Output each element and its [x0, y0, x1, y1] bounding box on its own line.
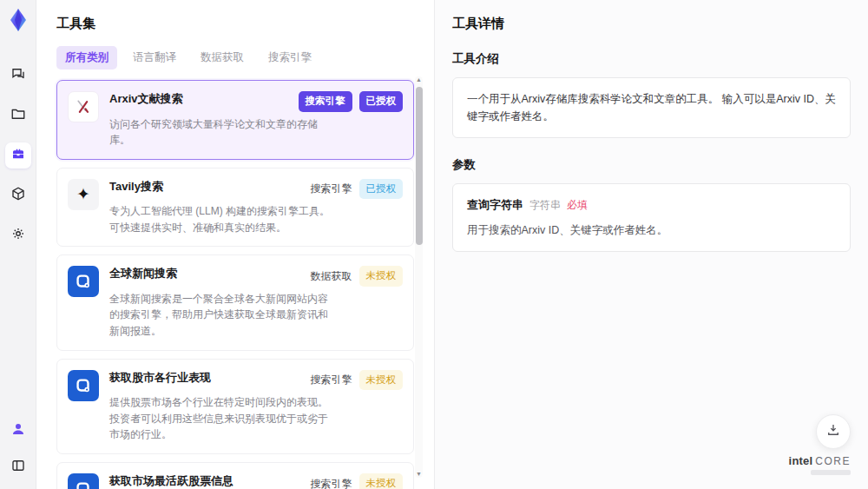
q-blue-icon [68, 266, 99, 297]
arxiv-icon [68, 91, 99, 122]
page-title: 工具集 [56, 16, 411, 32]
tool-auth-badge: 已授权 [359, 91, 404, 112]
scroll-up-arrow[interactable]: ▲ [415, 76, 423, 83]
left-sidebar [0, 0, 36, 489]
tool-name: Arxiv文献搜索 [109, 91, 183, 107]
tool-category-badge: 数据获取 [311, 271, 352, 281]
sidebar-item-plugins[interactable] [5, 182, 31, 208]
tool-description: 提供股票市场各个行业在特定时间段内的表现。投资者可以利用这些信息来识别表现优于或… [109, 394, 333, 443]
tool-list-item[interactable]: ✦ Tavily搜索 搜索引擎 已授权 专为人工智能代理 (LLM) 构建的搜索… [56, 168, 414, 248]
param-name: 查询字符串 [467, 196, 523, 215]
category-tabs: 所有类别语言翻译数据获取搜索引擎 [56, 46, 411, 69]
sidebar-item-toolset[interactable] [5, 142, 31, 169]
scroll-down-arrow[interactable]: ▼ [415, 471, 423, 478]
user-icon [10, 421, 26, 440]
tool-name: Tavily搜索 [109, 179, 163, 195]
q-blue-icon [68, 370, 99, 401]
details-title: 工具详情 [452, 16, 851, 32]
chat-icon [10, 66, 26, 85]
intro-box: 一个用于从Arxiv存储库搜索科学论文和文章的工具。 输入可以是Arxiv ID… [452, 77, 851, 138]
tool-name: 全球新闻搜索 [109, 266, 177, 281]
tool-auth-badge: 未授权 [359, 266, 404, 287]
tool-list-item[interactable]: 获取市场最活跃股票信息 搜索引擎 未授权 提供当天交易量最高的股票列表。投资者可… [56, 462, 414, 489]
tool-category-badge: 搜索引擎 [311, 479, 352, 489]
tool-auth-badge: 未授权 [359, 473, 404, 489]
gear-icon [10, 226, 26, 245]
tool-description: 访问各个研究领域大量科学论文和文章的存储库。 [109, 116, 333, 149]
download-icon [825, 422, 841, 441]
param-required-badge: 必填 [567, 197, 588, 214]
folder-icon [10, 106, 26, 125]
toolset-panel: 工具集 所有类别语言翻译数据获取搜索引擎 Arxiv文献搜索 搜索引擎 已授权 … [36, 0, 434, 489]
sidebar-item-files[interactable] [5, 102, 31, 129]
tool-name: 获取市场最活跃股票信息 [109, 473, 233, 489]
tool-list-item[interactable]: 全球新闻搜索 数据获取 未授权 全球新闻搜索是一个聚合全球各大新闻网站内容的搜索… [56, 254, 414, 350]
intro-heading: 工具介绍 [452, 51, 851, 67]
tool-details-panel: 工具详情 工具介绍 一个用于从Arxiv存储库搜索科学论文和文章的工具。 输入可… [434, 0, 868, 489]
tavily-icon: ✦ [68, 179, 99, 210]
list-scrollbar[interactable]: ▲ ▼ [415, 76, 423, 478]
scrollbar-thumb[interactable] [416, 87, 423, 245]
tab-2[interactable]: 数据获取 [192, 46, 253, 69]
panel-toggle-icon [10, 458, 26, 477]
tool-category-badge: 搜索引擎 [299, 91, 352, 112]
param-type: 字符串 [529, 197, 561, 214]
tool-description: 专为人工智能代理 (LLM) 构建的搜索引擎工具。可快速提供实时、准确和真实的结… [109, 203, 333, 235]
cube-icon [10, 186, 26, 205]
brand-core: CORE [815, 455, 851, 467]
tool-list-item[interactable]: 获取股市各行业表现 搜索引擎 未授权 提供股票市场各个行业在特定时间段内的表现。… [56, 359, 414, 454]
toolbox-icon [10, 146, 26, 165]
sidebar-item-account[interactable] [5, 418, 31, 444]
brand-intel: intel [789, 454, 813, 467]
q-blue-icon [68, 473, 99, 489]
app-logo [5, 7, 31, 33]
param-description: 用于搜索的Arxiv ID、关键字或作者姓名。 [467, 221, 836, 239]
params-heading: 参数 [452, 157, 851, 173]
param-box: 查询字符串 字符串 必填 用于搜索的Arxiv ID、关键字或作者姓名。 [452, 183, 851, 252]
tab-0[interactable]: 所有类别 [56, 46, 117, 69]
tool-category-badge: 搜索引擎 [311, 374, 352, 385]
tool-auth-badge: 已授权 [359, 179, 404, 200]
tool-list-item[interactable]: Arxiv文献搜索 搜索引擎 已授权 访问各个研究领域大量科学论文和文章的存储库… [56, 80, 414, 160]
tool-name: 获取股市各行业表现 [109, 370, 211, 386]
tool-category-badge: 搜索引擎 [311, 183, 352, 194]
tool-description: 全球新闻搜索是一个聚合全球各大新闻网站内容的搜索引擎，帮助用户快速获取全球最新资… [109, 291, 333, 340]
intel-core-logo: intelCORE [789, 455, 851, 475]
download-button[interactable] [816, 414, 851, 449]
tab-3[interactable]: 搜索引擎 [260, 46, 320, 69]
tab-1[interactable]: 语言翻译 [124, 46, 185, 69]
tool-auth-badge: 未授权 [359, 370, 404, 391]
sidebar-item-settings[interactable] [5, 222, 31, 248]
sidebar-item-collapse[interactable] [5, 454, 31, 480]
sidebar-item-chat[interactable] [5, 63, 31, 89]
brand-subline [811, 470, 851, 475]
tool-list: Arxiv文献搜索 搜索引擎 已授权 访问各个研究领域大量科学论文和文章的存储库… [56, 80, 414, 489]
